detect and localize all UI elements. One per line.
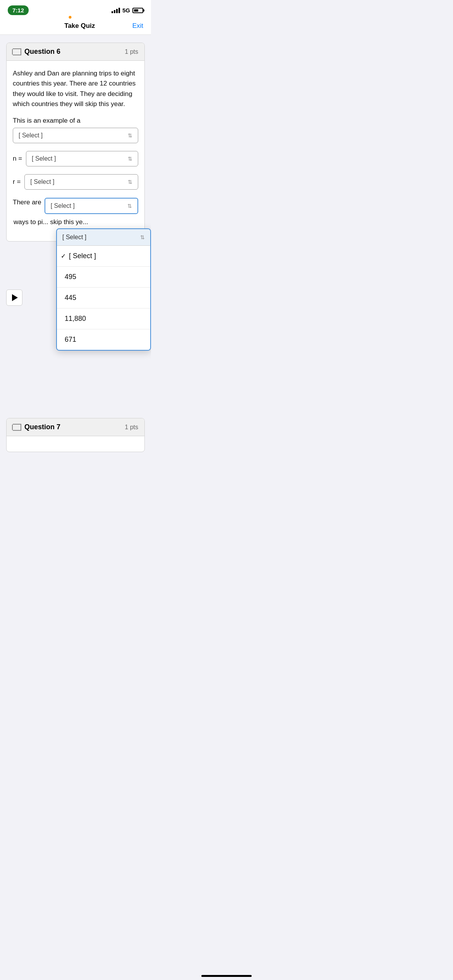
question-6-points: 1 pts [125, 48, 138, 55]
question-6-text: Ashley and Dan are planning trips to eig… [13, 69, 138, 109]
question-7-body [7, 436, 144, 452]
dropdown-item-671[interactable]: 671 [57, 329, 150, 350]
inline-label: This is an example of a [13, 117, 138, 125]
question-6-body: Ashley and Dan are planning trips to eig… [7, 61, 144, 241]
dropdown-item-671-label: 671 [65, 336, 76, 344]
dropdown-current-value: [ Select ] [62, 234, 86, 241]
nav-title: Take Quiz [64, 22, 95, 30]
status-time: 7:12 [8, 5, 29, 15]
flag-icon [13, 48, 21, 55]
flag-icon-q7 [13, 424, 21, 431]
select-type-dropdown[interactable]: [ Select ] ⇅ [13, 128, 138, 143]
play-button[interactable] [6, 290, 22, 306]
chevron-r-ud-icon: ⇅ [128, 179, 132, 185]
dropdown-item-select[interactable]: ✓ [ Select ] [57, 246, 150, 267]
question-7-header: Question 7 1 pts [7, 418, 144, 436]
dropdown-item-495[interactable]: 495 [57, 267, 150, 288]
question-7-points: 1 pts [125, 424, 138, 431]
r-select-row: r = [ Select ] ⇅ [13, 174, 138, 190]
chevron-ud-icon: ⇅ [128, 132, 132, 139]
network-type: 5G [122, 7, 130, 14]
dropdown-item-11880-label: 11,880 [65, 315, 86, 323]
nav-bar: Take Quiz Exit [0, 18, 151, 35]
question-6-header: Question 6 1 pts [7, 43, 144, 61]
dropdown-item-445-label: 445 [65, 294, 76, 302]
play-triangle-icon [12, 294, 18, 301]
n-label: n = [13, 155, 22, 163]
signal-bars-icon [112, 8, 120, 13]
content-area: Question 6 1 pts Ashley and Dan are plan… [0, 35, 151, 255]
question-7-card: Question 7 1 pts [6, 418, 145, 452]
select-r-dropdown[interactable]: [ Select ] ⇅ [24, 174, 138, 190]
status-bar: 7:12 5G [0, 0, 151, 18]
status-icons: 5G [112, 7, 143, 14]
question-6-card: Question 6 1 pts Ashley and Dan are plan… [6, 43, 145, 242]
select-n-value: [ Select ] [32, 155, 56, 162]
dropdown-items-list: ✓ [ Select ] 495 445 11,880 671 [57, 246, 150, 350]
check-icon: ✓ [61, 252, 66, 260]
select-answer-dropdown[interactable]: [ Select ] ⇅ [45, 198, 138, 214]
dropdown-overlay: [ Select ] ⇅ ✓ [ Select ] 495 445 11,880… [56, 228, 151, 351]
dropdown-item-label: [ Select ] [69, 252, 96, 260]
chevron-n-ud-icon: ⇅ [128, 156, 132, 162]
there-are-label: There are [13, 197, 41, 207]
battery-icon [132, 8, 143, 13]
question-7-title: Question 7 [24, 423, 60, 431]
dropdown-chevron-icon: ⇅ [140, 234, 145, 240]
dropdown-item-445[interactable]: 445 [57, 288, 150, 308]
ways-to-text: ways to pi... skip this ye... [13, 217, 138, 227]
n-select-row: n = [ Select ] ⇅ [13, 151, 138, 166]
notification-dot [69, 16, 72, 19]
question-6-title: Question 6 [24, 48, 60, 56]
exit-button[interactable]: Exit [132, 22, 143, 30]
select-type-value: [ Select ] [19, 132, 43, 139]
dropdown-item-11880[interactable]: 11,880 [57, 308, 150, 329]
r-label: r = [13, 178, 21, 186]
chevron-answer-ud-icon: ⇅ [127, 203, 132, 209]
select-answer-value: [ Select ] [51, 202, 75, 209]
dropdown-header[interactable]: [ Select ] ⇅ [57, 229, 150, 246]
select-r-value: [ Select ] [30, 178, 54, 185]
question-7-section: Question 7 1 pts [0, 418, 151, 452]
select-n-dropdown[interactable]: [ Select ] ⇅ [26, 151, 138, 166]
dropdown-item-495-label: 495 [65, 273, 76, 281]
